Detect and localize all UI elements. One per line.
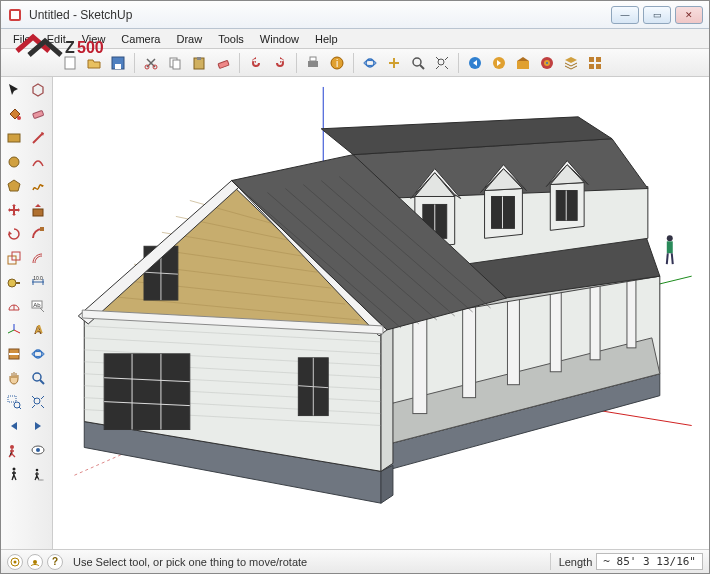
copy-icon[interactable] [164,52,186,74]
menu-draw[interactable]: Draw [168,31,210,47]
svg-rect-64 [8,396,16,402]
next-view-tool-icon[interactable] [27,415,49,437]
print-icon[interactable] [302,52,324,74]
walk-tool-icon[interactable] [3,463,25,485]
window-title: Untitled - SketchUp [29,8,607,22]
svg-marker-112 [381,465,393,503]
svg-rect-32 [596,64,601,69]
svg-rect-10 [173,60,180,69]
prev-view-icon[interactable] [464,52,486,74]
zoom-extents-tool-icon[interactable] [27,391,49,413]
text-tool-icon[interactable]: Ab [27,295,49,317]
svg-rect-87 [507,293,519,385]
warehouse-icon[interactable] [512,52,534,74]
orbit-icon[interactable] [359,52,381,74]
svg-rect-12 [197,57,201,60]
menu-view[interactable]: View [74,31,114,47]
menu-tools[interactable]: Tools [210,31,252,47]
3dtext-tool-icon[interactable]: AA [27,319,49,341]
offset-tool-icon[interactable] [27,247,49,269]
prev-view-tool-icon[interactable] [3,415,25,437]
measurement-box: Length ~ 85' 3 13/16" [550,553,703,570]
rotate-tool-icon[interactable] [3,223,25,245]
polygon-tool-icon[interactable] [3,175,25,197]
status-hint: Use Select tool, or pick one thing to mo… [73,556,550,568]
zoom-icon[interactable] [407,52,429,74]
position-camera-icon[interactable] [3,439,25,461]
credits-icon[interactable] [27,554,43,570]
svg-line-52 [40,308,44,312]
arc-tool-icon[interactable] [27,151,49,173]
zoom-tool-icon[interactable] [27,367,49,389]
menu-edit[interactable]: Edit [39,31,74,47]
orbit-tool-icon[interactable] [27,343,49,365]
svg-rect-39 [33,209,43,216]
zoom-extents-icon[interactable] [431,52,453,74]
menu-camera[interactable]: Camera [113,31,168,47]
scale-tool-icon[interactable] [3,247,25,269]
svg-point-72 [36,469,39,472]
svg-point-62 [33,373,41,381]
help-icon[interactable]: ? [47,554,63,570]
extensions-icon[interactable] [536,52,558,74]
toolbar-divider [458,53,459,73]
shadow-icon[interactable] [27,463,49,485]
paint-bucket-icon[interactable] [3,103,25,125]
app-icon [7,7,23,23]
pan-icon[interactable] [383,52,405,74]
look-around-icon[interactable] [27,439,49,461]
undo-icon[interactable] [245,52,267,74]
dimension-tool-icon[interactable]: 10.0 [27,271,49,293]
maximize-button[interactable]: ▭ [643,6,671,24]
outliner-icon[interactable] [584,52,606,74]
component-tool-icon[interactable] [27,79,49,101]
circle-tool-icon[interactable] [3,151,25,173]
save-icon[interactable] [107,52,129,74]
svg-line-66 [19,407,21,409]
svg-rect-25 [517,61,529,69]
redo-icon[interactable] [269,52,291,74]
menu-help[interactable]: Help [307,31,346,47]
menu-file[interactable]: File [5,31,39,47]
zoom-window-icon[interactable] [3,391,25,413]
close-button[interactable]: ✕ [675,6,703,24]
model-viewport[interactable] [53,77,709,549]
protractor-tool-icon[interactable] [3,295,25,317]
axes-tool-icon[interactable] [3,319,25,341]
cut-icon[interactable] [140,52,162,74]
eraser-tool-icon[interactable] [27,103,49,125]
pan-tool-icon[interactable] [3,367,25,389]
workspace: 10.0 Ab AA [1,77,709,549]
geolocation-icon[interactable] [7,554,23,570]
section-tool-icon[interactable] [3,343,25,365]
svg-rect-15 [310,57,316,61]
svg-text:10.0: 10.0 [33,275,43,281]
measurement-value[interactable]: ~ 85' 3 13/16" [596,553,703,570]
svg-rect-1 [11,11,19,19]
svg-rect-126 [104,354,190,430]
erase-icon[interactable] [212,52,234,74]
model-info-icon[interactable]: i [326,52,348,74]
select-tool-icon[interactable] [3,79,25,101]
layers-icon[interactable] [560,52,582,74]
menu-window[interactable]: Window [252,31,307,47]
line-tool-icon[interactable] [27,127,49,149]
new-icon[interactable] [59,52,81,74]
pushpull-tool-icon[interactable] [27,199,49,221]
svg-point-71 [13,468,16,471]
menubar: File Edit View Camera Draw Tools Window … [1,29,709,49]
rectangle-tool-icon[interactable] [3,127,25,149]
svg-marker-122 [381,324,393,471]
open-icon[interactable] [83,52,105,74]
svg-line-53 [14,330,20,333]
move-tool-icon[interactable] [3,199,25,221]
svg-rect-88 [550,287,561,372]
next-view-icon[interactable] [488,52,510,74]
freehand-tool-icon[interactable] [27,175,49,197]
svg-point-73 [38,479,44,481]
tape-tool-icon[interactable] [3,271,25,293]
svg-line-81 [672,253,673,264]
followme-tool-icon[interactable] [27,223,49,245]
paste-icon[interactable] [188,52,210,74]
minimize-button[interactable]: — [611,6,639,24]
